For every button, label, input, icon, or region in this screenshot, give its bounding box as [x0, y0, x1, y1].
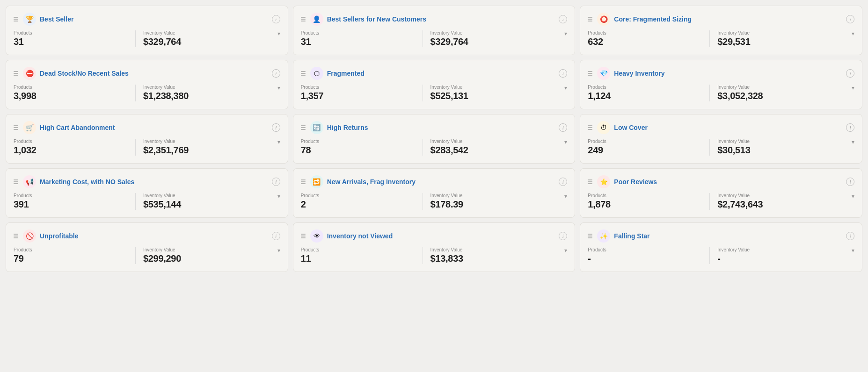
dropdown-arrow[interactable]: ▾ [277, 85, 280, 91]
metric-divider [135, 193, 136, 210]
dropdown-arrow[interactable]: ▾ [564, 85, 567, 91]
dropdown-arrow[interactable]: ▾ [277, 30, 280, 37]
drag-handle[interactable] [588, 17, 592, 21]
drag-handle[interactable] [14, 125, 18, 130]
card-header: 🔁 New Arrivals, Frag Inventory i [301, 175, 568, 188]
card-header: 👁 Inventory not Viewed i [301, 229, 568, 243]
drag-handle[interactable] [588, 179, 592, 184]
inventory-value: $299,290 [143, 253, 280, 264]
inventory-metric: Inventory Value $2,351,769 ▾ [143, 139, 280, 156]
card-title[interactable]: High Returns [327, 124, 368, 131]
card-title[interactable]: Best Seller [40, 15, 73, 23]
products-label: Products [301, 85, 415, 90]
info-icon[interactable]: i [272, 15, 280, 23]
drag-handle[interactable] [588, 71, 592, 76]
info-icon[interactable]: i [272, 123, 280, 132]
info-icon[interactable]: i [846, 232, 854, 240]
drag-handle[interactable] [588, 234, 592, 238]
info-icon[interactable]: i [559, 69, 567, 78]
drag-handle[interactable] [14, 71, 18, 76]
products-metric: Products 11 [301, 247, 415, 264]
inventory-metric: Inventory Value $535,144 ▾ [143, 193, 280, 210]
metric-divider [709, 30, 710, 47]
card-title[interactable]: High Cart Abandonment [40, 124, 115, 131]
products-label: Products [14, 139, 128, 144]
inventory-metric: Inventory Value $178.39 ▾ [430, 193, 568, 210]
products-value: 1,124 [588, 91, 702, 101]
inventory-value: $178.39 [430, 199, 568, 210]
products-label: Products [588, 139, 702, 144]
card-title-group: ⭐ Poor Reviews [588, 175, 657, 188]
card-title[interactable]: New Arrivals, Frag Inventory [327, 178, 416, 186]
card-metrics: Products 31 Inventory Value $329,764 ▾ [14, 30, 280, 47]
drag-handle[interactable] [301, 179, 306, 184]
products-label: Products [588, 30, 702, 36]
products-metric: Products 1,124 [588, 85, 702, 101]
dropdown-arrow[interactable]: ▾ [277, 139, 280, 145]
card-title[interactable]: Heavy Inventory [614, 70, 664, 77]
info-icon[interactable]: i [272, 69, 280, 78]
drag-handle[interactable] [14, 234, 18, 238]
dropdown-arrow[interactable]: ▾ [564, 247, 567, 254]
cards-grid: 🏆 Best Seller i Products 31 Inventory Va… [6, 6, 862, 272]
card-metrics: Products 1,878 Inventory Value $2,743,64… [588, 193, 854, 210]
card-title[interactable]: Dead Stock/No Recent Sales [40, 70, 129, 77]
drag-handle[interactable] [14, 179, 18, 184]
card-title-group: 👁 Inventory not Viewed [301, 229, 393, 243]
metric-divider [135, 247, 136, 264]
products-value: 1,032 [14, 145, 128, 156]
card-title[interactable]: Core: Fragmented Sizing [614, 15, 692, 23]
products-value: 78 [301, 145, 415, 156]
dropdown-arrow[interactable]: ▾ [852, 85, 854, 91]
card-title[interactable]: Falling Star [614, 232, 649, 240]
info-icon[interactable]: i [272, 178, 280, 186]
metric-divider [709, 247, 710, 264]
info-icon[interactable]: i [272, 232, 280, 240]
card-title[interactable]: Marketing Cost, with NO Sales [40, 178, 134, 186]
dropdown-arrow[interactable]: ▾ [852, 247, 854, 254]
card-dead-stock: ⛔ Dead Stock/No Recent Sales i Products … [6, 60, 288, 109]
dropdown-arrow[interactable]: ▾ [277, 247, 280, 254]
drag-handle[interactable] [301, 71, 306, 76]
products-metric: Products 1,032 [14, 139, 128, 156]
card-falling-star: ✨ Falling Star i Products - Inventory Va… [580, 222, 862, 272]
card-high-cart-abandonment: 🛒 High Cart Abandonment i Products 1,032… [6, 114, 288, 164]
card-title[interactable]: Fragmented [327, 70, 365, 77]
inventory-metric: Inventory Value $3,052,328 ▾ [717, 85, 854, 101]
dropdown-arrow[interactable]: ▾ [564, 30, 567, 37]
inventory-label: Inventory Value [143, 85, 280, 90]
info-icon[interactable]: i [846, 123, 854, 132]
dropdown-arrow[interactable]: ▾ [564, 139, 567, 145]
drag-handle[interactable] [301, 17, 306, 21]
inventory-metric: Inventory Value $329,764 ▾ [143, 30, 280, 47]
drag-handle[interactable] [588, 125, 592, 130]
card-icon: ⬡ [310, 67, 323, 80]
info-icon[interactable]: i [846, 69, 854, 78]
card-title[interactable]: Low Cover [614, 124, 648, 131]
products-value: - [588, 253, 702, 264]
drag-handle[interactable] [14, 17, 18, 21]
info-icon[interactable]: i [846, 178, 854, 186]
dropdown-arrow[interactable]: ▾ [564, 193, 567, 200]
info-icon[interactable]: i [559, 178, 567, 186]
card-title[interactable]: Unprofitable [40, 232, 78, 240]
dropdown-arrow[interactable]: ▾ [852, 30, 854, 37]
dropdown-arrow[interactable]: ▾ [852, 193, 854, 200]
card-title-group: ⭕ Core: Fragmented Sizing [588, 13, 692, 26]
card-title[interactable]: Poor Reviews [614, 178, 657, 186]
inventory-value: $30,513 [717, 145, 854, 156]
inventory-value: $13,833 [430, 253, 568, 264]
card-title[interactable]: Best Sellers for New Customers [327, 15, 426, 23]
metric-divider [423, 30, 423, 47]
drag-handle[interactable] [301, 234, 306, 238]
dropdown-arrow[interactable]: ▾ [277, 193, 280, 200]
dropdown-arrow[interactable]: ▾ [852, 139, 854, 145]
drag-handle[interactable] [301, 125, 306, 130]
metric-divider [709, 193, 710, 210]
info-icon[interactable]: i [559, 232, 567, 240]
info-icon[interactable]: i [846, 15, 854, 23]
card-title[interactable]: Inventory not Viewed [327, 232, 393, 240]
products-value: 31 [301, 36, 415, 47]
info-icon[interactable]: i [559, 123, 567, 132]
info-icon[interactable]: i [559, 15, 567, 23]
